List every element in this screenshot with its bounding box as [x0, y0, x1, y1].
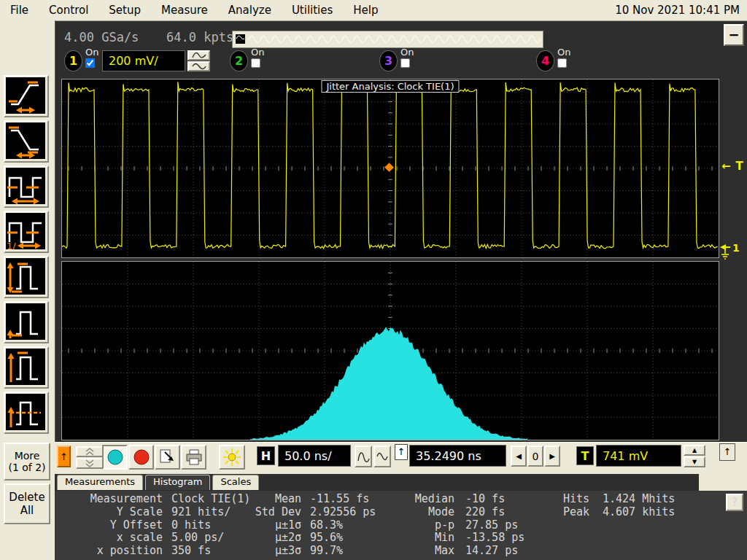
- result-label: Y Offset: [61, 519, 163, 532]
- horizontal-label: H: [257, 446, 275, 465]
- trigger-level-up-button[interactable]: ▲: [684, 445, 705, 456]
- printer-icon[interactable]: [181, 445, 206, 470]
- result-label: Measurement: [61, 493, 163, 506]
- result-label: Max: [352, 545, 454, 558]
- trigger-slope-indicator[interactable]: ↑: [395, 444, 408, 460]
- channel-1-on-checkbox[interactable]: [85, 58, 95, 68]
- results-tab-strip: MeasurementsHistogramScales: [55, 474, 699, 491]
- result-label: Mean: [199, 493, 301, 506]
- result-label: Hits: [516, 493, 589, 506]
- v-top-icon[interactable]: [4, 346, 49, 389]
- chevron-up-icon[interactable]: [76, 446, 104, 457]
- minimize-button[interactable]: −: [724, 24, 744, 46]
- tab-strip-right-filler: [699, 474, 747, 491]
- channel-4-on-checkbox[interactable]: [557, 58, 567, 68]
- sample-rate-readout: 4.00 GSa/s: [64, 30, 139, 44]
- channel-2-on-checkbox[interactable]: [251, 58, 260, 68]
- vertical-scale-coarse-icon[interactable]: [187, 50, 210, 61]
- menu-bar: FileControlSetupMeasureAnalyzeUtilitiesH…: [0, 0, 747, 21]
- ground-symbol-icon: [719, 244, 732, 261]
- timebase-readout[interactable]: 50.0 ns/: [278, 445, 351, 467]
- horizontal-position-scrollbar[interactable]: [232, 31, 543, 48]
- result-value: 220 fs: [465, 506, 505, 519]
- delete-all-button[interactable]: Delete All: [4, 483, 50, 524]
- menu-item-file[interactable]: File: [0, 4, 39, 17]
- horizontal-position-readout[interactable]: 35.2490 ns: [409, 445, 506, 467]
- channel-1-on-label: On: [85, 47, 98, 58]
- stop-button[interactable]: [128, 445, 154, 470]
- channel-2-on-label: On: [251, 47, 264, 58]
- result-label: Y Scale: [61, 506, 163, 519]
- trigger-label: T: [576, 446, 594, 465]
- trigger-level-readout[interactable]: 741 mV: [596, 445, 681, 467]
- tab-histogram[interactable]: Histogram: [145, 475, 210, 490]
- menu-item-setup[interactable]: Setup: [98, 4, 151, 17]
- menu-item-analyze[interactable]: Analyze: [218, 4, 282, 17]
- channel-3-on-checkbox[interactable]: [400, 58, 410, 68]
- channel-1-badge[interactable]: 1: [64, 50, 82, 71]
- result-label: μ±3σ: [199, 545, 301, 558]
- svg-text:1/: 1/: [7, 241, 16, 249]
- v-average-icon[interactable]: [4, 392, 49, 434]
- sidebar: 1/ More (1 of 2) Delete All: [0, 20, 55, 560]
- menu-item-control[interactable]: Control: [39, 4, 98, 17]
- result-value: 14.27 ps: [465, 545, 518, 558]
- result-value: 95.6%: [310, 532, 343, 545]
- results-row: x position350 fsμ±3σ99.7%Max14.27 ps: [61, 545, 739, 558]
- trigger-sweep-button[interactable]: ↑: [57, 446, 71, 467]
- frequency-icon[interactable]: 1/: [4, 211, 49, 253]
- menu-item-utilities[interactable]: Utilities: [282, 4, 343, 17]
- amplitude-icon[interactable]: [4, 256, 49, 298]
- step-left-button[interactable]: ◀: [511, 446, 527, 467]
- memory-depth-readout: 64.0 kpts: [166, 30, 233, 44]
- chevron-down-icon[interactable]: [76, 458, 104, 469]
- result-value: -13.58 ps: [465, 532, 525, 545]
- channel-4-on-label: On: [557, 47, 570, 58]
- result-label: Mode: [352, 506, 454, 519]
- clock-datetime: 10 Nov 2021 10:41 PM: [615, 4, 747, 17]
- menu-items: FileControlSetupMeasureAnalyzeUtilitiesH…: [0, 4, 389, 17]
- results-row: x scale5.00 ps/μ±2σ95.6%Min-13.58 ps: [61, 532, 739, 545]
- ground-marker-label: 1: [732, 242, 740, 261]
- channel-1-ground-marker[interactable]: 1: [719, 244, 740, 261]
- result-value: 27.85 ps: [465, 519, 518, 532]
- display-brightness-icon[interactable]: [219, 445, 245, 470]
- help-button[interactable]: ?: [726, 494, 743, 511]
- result-label: Min: [352, 532, 454, 545]
- analysis-title: Jitter Analysis: Clock TIE(1): [321, 80, 459, 93]
- tab-scales[interactable]: Scales: [212, 475, 259, 490]
- rise-time-icon[interactable]: [4, 75, 49, 117]
- export-icon[interactable]: [155, 445, 180, 470]
- result-value: 99.7%: [310, 545, 343, 558]
- result-value: 68.3%: [310, 519, 343, 532]
- result-label: x scale: [61, 532, 163, 545]
- result-label: p-p: [352, 519, 454, 532]
- channel-4-badge[interactable]: 4: [536, 50, 554, 71]
- more-button[interactable]: More (1 of 2): [4, 443, 50, 481]
- vertical-scale-fine-icon[interactable]: [187, 61, 210, 71]
- histogram-display[interactable]: [61, 261, 719, 440]
- sine-waveform-icon[interactable]: [374, 446, 391, 467]
- channel-2-badge[interactable]: 2: [230, 50, 248, 71]
- menu-item-help[interactable]: Help: [343, 4, 388, 17]
- trigger-marker-label: T: [736, 160, 743, 173]
- panel-up-button[interactable]: ↑: [719, 443, 735, 461]
- result-label: μ±2σ: [199, 532, 301, 545]
- waveform-display[interactable]: Jitter Analysis: Clock TIE(1): [61, 79, 719, 258]
- fall-time-icon[interactable]: [4, 120, 49, 163]
- trigger-level-down-button[interactable]: ▼: [684, 456, 705, 467]
- channel-3-badge[interactable]: 3: [379, 50, 398, 71]
- result-value: 1.424 Mhits: [603, 493, 675, 506]
- zero-position-button[interactable]: 0: [527, 446, 543, 467]
- waveform-thumbnail-icon: [233, 31, 543, 47]
- v-base-icon[interactable]: [4, 301, 49, 343]
- run-button[interactable]: [102, 445, 128, 470]
- zoom-waveform-icon[interactable]: [355, 446, 372, 467]
- channel-1-scale-readout[interactable]: 200 mV/: [102, 50, 185, 71]
- trigger-level-marker[interactable]: ← T: [721, 160, 743, 173]
- tab-measurements[interactable]: Measurements: [57, 475, 143, 490]
- step-right-button[interactable]: ▶: [544, 446, 560, 467]
- menu-item-measure[interactable]: Measure: [151, 4, 218, 17]
- left-arrow-icon: ←: [721, 160, 731, 173]
- pulse-width-icon[interactable]: [4, 166, 49, 208]
